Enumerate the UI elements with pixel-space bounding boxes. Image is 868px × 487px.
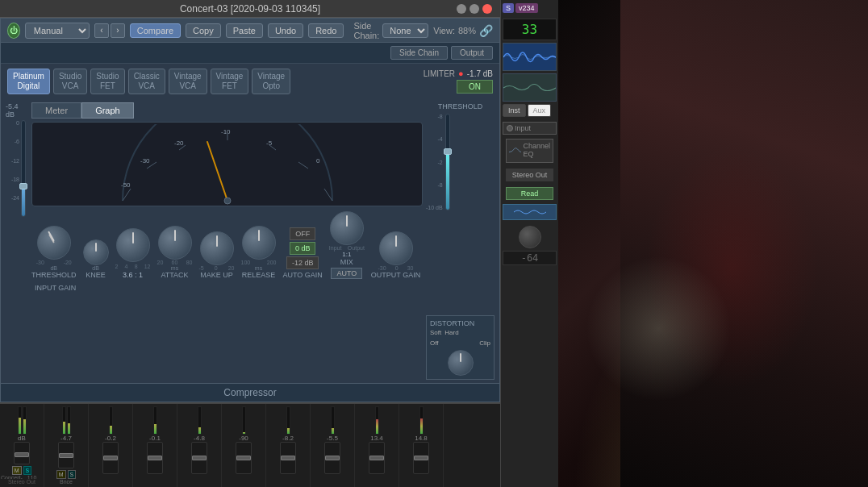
input-dot xyxy=(507,125,513,131)
mixer-channel-6: -90 xyxy=(222,404,266,487)
redo-button[interactable]: Redo xyxy=(308,23,344,38)
type-vintage-vca[interactable]: VintageVCA xyxy=(169,69,207,94)
svg-rect-16 xyxy=(503,74,556,102)
ch4-fader[interactable] xyxy=(147,442,163,474)
s-button[interactable]: S xyxy=(23,466,32,475)
type-studio-fet[interactable]: StudioFET xyxy=(90,69,124,94)
m-btn[interactable]: M xyxy=(56,470,66,479)
s-btn[interactable]: S xyxy=(68,470,77,479)
output-gain-knob[interactable] xyxy=(379,231,413,265)
inst-tab[interactable]: Inst xyxy=(503,104,526,117)
type-vintage-opto[interactable]: VintageOpto xyxy=(252,69,290,94)
ch5-fader[interactable] xyxy=(191,442,207,474)
makeup-knob[interactable] xyxy=(200,231,234,265)
eq-curve-svg xyxy=(509,142,521,158)
prev-preset-button[interactable]: ‹ xyxy=(94,23,109,38)
makeup-label: MAKE UP xyxy=(200,271,233,279)
sidechain-tab[interactable]: Side Chain xyxy=(390,46,448,60)
meter-tab[interactable]: Meter xyxy=(31,102,81,119)
svg-text:0: 0 xyxy=(316,157,320,164)
auto-gain-label: AUTO GAIN xyxy=(283,271,323,279)
graph-tab[interactable]: Graph xyxy=(81,102,134,119)
plugin-name-label: Compressor xyxy=(1,383,499,402)
input-gain-label-top: -5.4 dB xyxy=(6,102,28,119)
maximize-button[interactable] xyxy=(469,4,479,14)
ch7-db: -8.2 xyxy=(282,435,294,442)
auto-button[interactable]: AUTO xyxy=(331,268,362,279)
paste-button[interactable]: Paste xyxy=(226,23,263,38)
auto-gain-neg12[interactable]: -12 dB xyxy=(286,256,319,269)
next-preset-button[interactable]: › xyxy=(111,23,125,38)
stereo-out-section: Stereo Out xyxy=(506,169,553,181)
svg-text:-10: -10 xyxy=(221,128,231,135)
ratio-label: 3.6 : 1 xyxy=(123,271,143,279)
undo-button[interactable]: Undo xyxy=(268,23,303,38)
distortion-knob[interactable] xyxy=(448,350,474,376)
ch6-fader[interactable] xyxy=(236,442,252,474)
type-classic-vca[interactable]: ClassicVCA xyxy=(128,69,165,94)
power-button[interactable]: ⏻ xyxy=(7,23,20,39)
sidechain-area: Side Chain: None xyxy=(353,21,428,40)
ch7-fader[interactable] xyxy=(280,442,296,474)
knee-knob[interactable] xyxy=(83,239,109,265)
minimize-button[interactable] xyxy=(457,4,466,14)
channel-fader-bnce[interactable] xyxy=(58,442,74,468)
ch10-fader[interactable] xyxy=(413,442,429,474)
distortion-hard: Hard xyxy=(444,329,458,336)
track-waveform-2 xyxy=(503,73,557,102)
ch9-fader[interactable] xyxy=(369,442,385,474)
read-button[interactable]: Read xyxy=(506,187,553,200)
auto-gain-off[interactable]: OFF xyxy=(290,227,315,240)
mix-knob[interactable] xyxy=(330,211,364,245)
bottom-mixer: dB M S Concert-...110345 Stereo Out xyxy=(0,402,500,487)
mixer-channel-bnce: -4.7 M S Bnce xyxy=(44,404,89,487)
scale-0: 0 xyxy=(8,120,19,126)
release-knob[interactable] xyxy=(242,226,276,260)
ch5-db: -4.8 xyxy=(194,435,205,442)
ch3-fader[interactable] xyxy=(102,442,119,474)
distortion-off: Off xyxy=(430,339,439,347)
compare-button[interactable]: Compare xyxy=(130,23,181,38)
limiter-on-button[interactable]: ON xyxy=(457,80,493,94)
ratio-knob[interactable] xyxy=(116,228,150,262)
auto-gain-group: OFF 0 dB -12 dB AUTO GAIN xyxy=(283,227,323,279)
input-label: Input xyxy=(515,124,531,132)
distortion-clip: Clip xyxy=(479,339,490,347)
type-platinum-digital[interactable]: PlatinumDigital xyxy=(7,69,50,94)
ch6-db: -90 xyxy=(239,435,248,442)
copy-button[interactable]: Copy xyxy=(186,23,221,38)
limiter-indicator: ● xyxy=(458,69,464,78)
volume-knob[interactable] xyxy=(519,226,541,248)
aux-tab[interactable]: Aux xyxy=(528,104,552,117)
release-label: RELEASE xyxy=(242,271,276,279)
auto-gain-0db[interactable]: 0 dB xyxy=(290,242,316,255)
ch3-db: -0.2 xyxy=(105,435,116,442)
meter-bar-left xyxy=(18,406,22,435)
plugin-toolbar: ⏻ Manual ‹ › Compare Copy Paste Undo Red… xyxy=(1,19,499,43)
close-button[interactable] xyxy=(482,4,492,14)
scale-18: -18 xyxy=(8,177,19,182)
sidechain-select[interactable]: None xyxy=(382,23,428,38)
output-tab[interactable]: Output xyxy=(451,46,493,60)
type-vintage-fet[interactable]: VintageFET xyxy=(211,69,249,94)
threshold-knob[interactable] xyxy=(37,226,71,260)
attack-knob[interactable] xyxy=(158,226,192,260)
knee-label: KNEE xyxy=(86,271,106,279)
preset-select[interactable]: Manual xyxy=(25,23,90,39)
input-gain-slider[interactable] xyxy=(21,120,26,217)
mixer-channel-7: -8.2 xyxy=(266,404,311,487)
ratio-group: 24812 3.6 : 1 xyxy=(115,228,151,279)
channel-fader-concert[interactable] xyxy=(14,442,30,464)
title-bar: Concert-03 [2020-09-03 110345] xyxy=(0,0,500,18)
m-button[interactable]: M xyxy=(12,466,22,475)
mixer-channel-5: -4.8 xyxy=(177,404,222,487)
type-studio-vca[interactable]: StudioVCA xyxy=(53,69,87,94)
makeup-knob-group: -5020 MAKE UP xyxy=(199,231,235,279)
meter-bar-right xyxy=(23,406,27,435)
limiter-threshold-slider[interactable] xyxy=(445,114,450,210)
knee-knob-group: dB KNEE xyxy=(83,239,109,279)
audio-clip-icon xyxy=(503,204,557,220)
ch8-fader[interactable] xyxy=(324,442,340,474)
svg-point-14 xyxy=(224,198,231,204)
plugin-window: ⏻ Manual ‹ › Compare Copy Paste Undo Red… xyxy=(0,18,500,402)
